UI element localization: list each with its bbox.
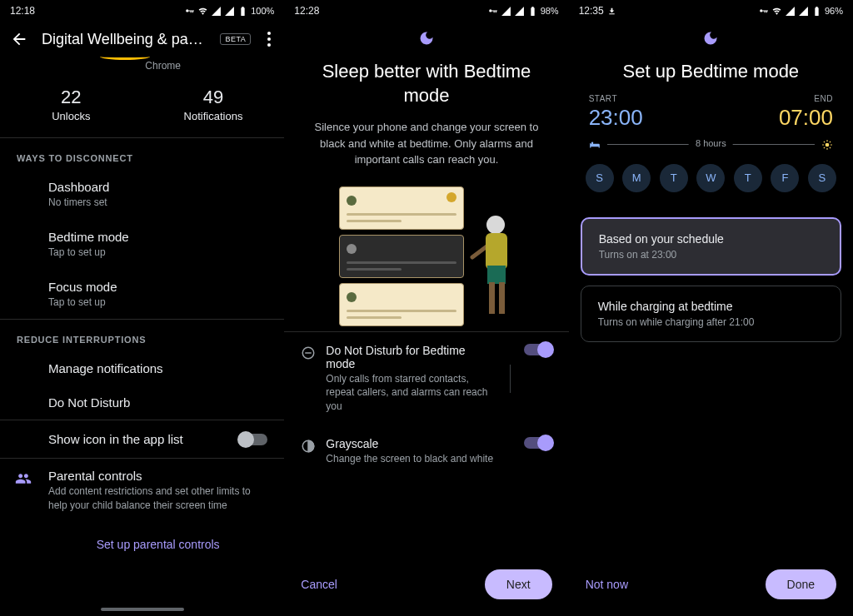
nav-handle[interactable] bbox=[101, 608, 184, 611]
signal-icon bbox=[785, 6, 796, 17]
day-thu[interactable]: T bbox=[734, 164, 762, 192]
end-time[interactable]: END 07:00 bbox=[779, 94, 833, 131]
svg-line-16 bbox=[830, 142, 831, 142]
key-icon bbox=[758, 6, 769, 17]
family-icon bbox=[15, 470, 32, 487]
battery-icon bbox=[527, 6, 538, 17]
svg-rect-2 bbox=[487, 266, 506, 284]
item-do-not-disturb[interactable]: Do Not Disturb bbox=[0, 385, 284, 420]
page-title: Digital Wellbeing & pa… bbox=[42, 31, 207, 48]
svg-point-0 bbox=[486, 216, 505, 234]
day-tue[interactable]: T bbox=[660, 164, 688, 192]
day-mon[interactable]: M bbox=[622, 164, 651, 192]
stat-unlocks[interactable]: 22 Unlocks bbox=[0, 87, 142, 122]
item-parental-controls[interactable]: Parental controls Add content restrictio… bbox=[0, 459, 284, 523]
person-illustration bbox=[464, 211, 514, 320]
next-button[interactable]: Next bbox=[485, 569, 552, 599]
status-time: 12:35 bbox=[579, 5, 604, 17]
stat-notifications[interactable]: 49 Notifications bbox=[142, 87, 285, 122]
signal-icon bbox=[798, 6, 809, 17]
bottom-bar: Cancel Next bbox=[284, 558, 568, 616]
setting-grayscale[interactable]: Grayscale Change the screen to black and… bbox=[284, 425, 568, 478]
grayscale-icon bbox=[301, 439, 316, 454]
battery-icon bbox=[811, 6, 822, 17]
page-title: Sleep better with Bedtime mode bbox=[284, 60, 568, 107]
cancel-button[interactable]: Cancel bbox=[301, 578, 337, 591]
screen-bedtime-intro: 12:28 98% Sleep better with Bedtime mode… bbox=[284, 0, 568, 616]
dnd-icon bbox=[301, 345, 316, 360]
svg-line-15 bbox=[824, 147, 825, 148]
section-ways: WAYS TO DISCONNECT bbox=[0, 138, 284, 170]
stats-row: 22 Unlocks 49 Notifications bbox=[0, 78, 284, 137]
sun-icon bbox=[821, 139, 833, 151]
item-focus-mode[interactable]: Focus mode Tap to set up bbox=[0, 270, 284, 320]
battery-icon bbox=[237, 6, 248, 17]
not-now-button[interactable]: Not now bbox=[586, 578, 628, 591]
svg-line-14 bbox=[830, 147, 831, 148]
key-icon bbox=[487, 6, 498, 17]
bed-icon bbox=[589, 139, 601, 151]
day-sun[interactable]: S bbox=[586, 164, 614, 192]
chrome-indicator: Chrome bbox=[0, 57, 284, 78]
svg-rect-1 bbox=[486, 233, 507, 270]
days-row: S M T W T F S bbox=[569, 159, 853, 212]
battery-percent: 96% bbox=[825, 6, 843, 16]
status-time: 12:18 bbox=[10, 5, 35, 17]
chrome-label: Chrome bbox=[145, 60, 181, 72]
svg-rect-3 bbox=[489, 282, 495, 314]
moon-icon bbox=[702, 30, 719, 47]
page-subtitle: Silence your phone and change your scree… bbox=[284, 107, 568, 180]
bottom-bar: Not now Done bbox=[569, 558, 853, 616]
option-charging[interactable]: While charging at bedtime Turns on while… bbox=[581, 286, 841, 342]
key-icon bbox=[184, 6, 195, 17]
status-bar: 12:28 98% bbox=[284, 0, 568, 22]
day-sat[interactable]: S bbox=[808, 164, 836, 192]
day-wed[interactable]: W bbox=[696, 164, 725, 192]
duration-slider[interactable]: 8 hours bbox=[569, 136, 853, 159]
page-title: Set up Bedtime mode bbox=[569, 60, 853, 84]
section-reduce: REDUCE INTERRUPTIONS bbox=[0, 320, 284, 351]
battery-percent: 100% bbox=[251, 6, 274, 16]
svg-line-13 bbox=[824, 142, 825, 142]
grayscale-toggle[interactable] bbox=[524, 437, 552, 449]
signal-icon bbox=[501, 6, 511, 17]
battery-percent: 98% bbox=[541, 6, 559, 16]
item-show-icon[interactable]: Show icon in the app list bbox=[0, 420, 284, 458]
setting-dnd-bedtime[interactable]: Do Not Disturb for Bedtime mode Only cal… bbox=[284, 332, 568, 425]
status-time: 12:28 bbox=[294, 5, 319, 17]
svg-rect-4 bbox=[499, 282, 505, 314]
day-fri[interactable]: F bbox=[771, 164, 799, 192]
item-manage-notifications[interactable]: Manage notifications bbox=[0, 351, 284, 385]
start-time[interactable]: START 23:00 bbox=[589, 94, 643, 131]
status-bar: 12:18 100% bbox=[0, 0, 284, 22]
screen-bedtime-setup: 12:35 96% Set up Bedtime mode START 23:0… bbox=[569, 0, 853, 616]
item-dashboard[interactable]: Dashboard No timers set bbox=[0, 170, 284, 220]
signal-icon bbox=[514, 6, 525, 17]
screen-wellbeing: 12:18 100% Digital Wellbeing & pa… BETA … bbox=[0, 0, 284, 616]
status-bar: 12:35 96% bbox=[569, 0, 853, 22]
svg-point-8 bbox=[826, 142, 830, 147]
setup-parental-link[interactable]: Set up parental controls bbox=[0, 523, 284, 566]
option-schedule[interactable]: Based on your schedule Turns on at 23:00 bbox=[581, 217, 841, 276]
moon-icon bbox=[418, 30, 435, 47]
dnd-toggle[interactable] bbox=[524, 344, 552, 355]
bedtime-illustration bbox=[331, 186, 522, 320]
more-menu-icon[interactable] bbox=[264, 28, 274, 50]
wifi-icon bbox=[771, 6, 782, 17]
show-icon-toggle[interactable] bbox=[239, 434, 267, 445]
back-arrow-icon[interactable] bbox=[10, 30, 28, 48]
wifi-icon bbox=[197, 6, 208, 17]
item-bedtime-mode[interactable]: Bedtime mode Tap to set up bbox=[0, 220, 284, 270]
signal-icon bbox=[224, 6, 235, 17]
signal-icon bbox=[211, 6, 222, 17]
done-button[interactable]: Done bbox=[766, 569, 836, 599]
beta-badge: BETA bbox=[220, 33, 251, 45]
app-header: Digital Wellbeing & pa… BETA bbox=[0, 22, 284, 57]
download-icon bbox=[607, 7, 616, 16]
